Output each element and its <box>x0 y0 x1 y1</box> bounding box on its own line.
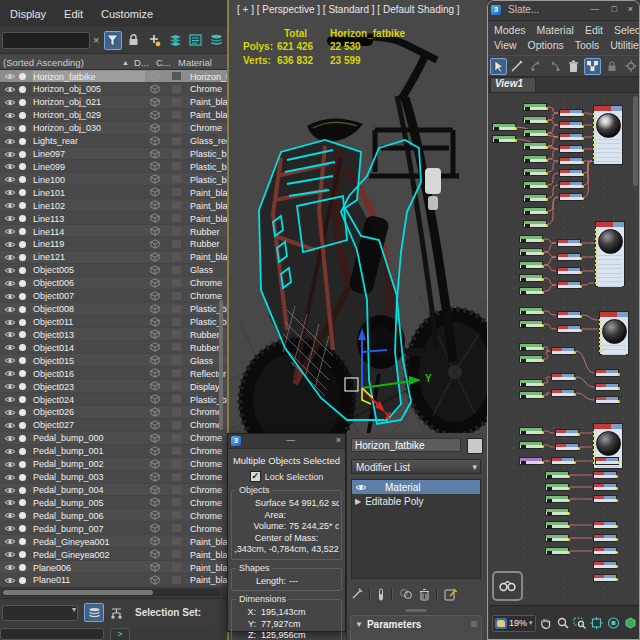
selectable-dot-icon[interactable] <box>19 525 26 532</box>
material-node-small[interactable] <box>593 521 617 529</box>
map-node[interactable] <box>545 483 569 491</box>
object-name[interactable]: Line100 <box>33 174 145 185</box>
layout-all-icon[interactable] <box>624 616 638 630</box>
color-swatch[interactable] <box>172 227 181 235</box>
selectable-dot-icon[interactable] <box>19 448 26 455</box>
selectable-dot-icon[interactable] <box>19 254 26 261</box>
visibility-eye-icon[interactable] <box>4 137 16 148</box>
bike-model[interactable] <box>239 36 487 462</box>
measure-dialog-titlebar[interactable]: 3 — × <box>228 434 345 449</box>
delete-selected-icon[interactable] <box>566 58 583 75</box>
table-row[interactable]: Horizon_obj_021Paint_black_glo <box>0 96 227 109</box>
color-swatch[interactable] <box>172 279 181 287</box>
table-row[interactable]: Object005Glass <box>0 264 227 277</box>
map-node[interactable] <box>519 307 543 315</box>
visibility-eye-icon[interactable] <box>4 72 16 83</box>
object-material[interactable]: Chrome <box>190 459 227 470</box>
selectable-dot-icon[interactable] <box>19 228 26 235</box>
color-swatch[interactable] <box>172 524 181 532</box>
color-swatch[interactable] <box>172 447 181 455</box>
map-node[interactable] <box>519 274 543 282</box>
object-material[interactable]: Paint_black_glo <box>190 575 227 586</box>
visibility-eye-icon[interactable] <box>4 563 16 574</box>
selectable-dot-icon[interactable] <box>19 422 26 429</box>
select-tool-icon[interactable] <box>490 58 507 75</box>
visibility-eye-icon[interactable] <box>4 369 16 380</box>
table-row[interactable]: Horizon_fatbikeHorizon_frame <box>0 70 227 83</box>
map-node[interactable] <box>523 155 547 163</box>
color-swatch[interactable] <box>172 188 181 196</box>
object-name[interactable]: Line119 <box>33 239 145 250</box>
object-material[interactable]: Chrome <box>190 510 227 521</box>
selectable-dot-icon[interactable] <box>19 293 26 300</box>
color-swatch[interactable] <box>172 421 181 429</box>
menu-view[interactable]: View <box>494 38 517 53</box>
visibility-eye-icon[interactable] <box>4 356 16 367</box>
object-material[interactable]: Plastic_black <box>190 174 227 185</box>
selectable-dot-icon[interactable] <box>19 189 26 196</box>
object-material[interactable]: Plastic_black <box>190 149 227 160</box>
color-swatch[interactable] <box>172 369 181 377</box>
visibility-eye-icon[interactable] <box>4 227 16 238</box>
object-name[interactable]: Object015 <box>33 355 145 366</box>
table-row[interactable]: Object014Rubber <box>0 341 227 354</box>
visibility-eye-icon[interactable] <box>4 85 16 96</box>
map-node[interactable] <box>523 129 547 137</box>
zoom-extents-selected-icon[interactable] <box>607 616 621 630</box>
material-node-small[interactable] <box>557 281 581 289</box>
table-row[interactable]: Line097Plastic_black <box>0 148 227 161</box>
table-row[interactable]: Horizon_obj_030Chrome <box>0 122 227 135</box>
modifier-editable-poly[interactable]: ▶ Editable Poly <box>352 494 480 508</box>
selectable-dot-icon[interactable] <box>19 86 26 93</box>
map-node[interactable] <box>492 123 516 131</box>
map-node[interactable] <box>519 235 543 243</box>
table-row[interactable]: Horizon_obj_029Paint_black_glo <box>0 109 227 122</box>
selectable-dot-icon[interactable] <box>19 99 26 106</box>
zoom-control[interactable]: 19% ▾ <box>492 615 536 632</box>
selectable-dot-icon[interactable] <box>19 73 26 80</box>
object-material[interactable]: Chrome <box>190 446 227 457</box>
map-node[interactable] <box>523 142 547 150</box>
selectable-dot-icon[interactable] <box>19 370 26 377</box>
selectable-dot-icon[interactable] <box>19 151 26 158</box>
hierarchy-mode-icon[interactable] <box>106 603 126 622</box>
map-node[interactable] <box>523 194 547 202</box>
selectable-dot-icon[interactable] <box>19 176 26 183</box>
visibility-eye-icon[interactable] <box>4 214 16 225</box>
selectable-dot-icon[interactable] <box>19 396 26 403</box>
visibility-eye-icon[interactable] <box>4 330 16 341</box>
material-node-small[interactable] <box>551 457 575 465</box>
map-node[interactable] <box>523 103 547 111</box>
visibility-eye-icon[interactable] <box>4 318 16 329</box>
map-node[interactable] <box>523 181 547 189</box>
minimize-icon[interactable]: — <box>590 4 599 14</box>
zoom-tool-icon[interactable] <box>556 616 570 630</box>
object-name[interactable]: Pedal_bump_007 <box>33 523 145 534</box>
material-node-small[interactable] <box>593 547 617 555</box>
object-name[interactable]: Object023 <box>33 381 145 392</box>
material-node[interactable] <box>595 221 625 287</box>
selectable-dot-icon[interactable] <box>19 331 26 338</box>
color-swatch[interactable] <box>172 266 181 274</box>
material-node-small[interactable] <box>555 429 579 437</box>
color-swatch[interactable] <box>172 408 181 416</box>
object-name[interactable]: Object016 <box>33 368 145 379</box>
selectable-dot-icon[interactable] <box>19 319 26 326</box>
selectable-dot-icon[interactable] <box>19 241 26 248</box>
selectable-dot-icon[interactable] <box>19 344 26 351</box>
material-node-small[interactable] <box>593 483 617 491</box>
menu-edit[interactable]: Edit <box>585 23 603 38</box>
map-node[interactable] <box>545 521 569 529</box>
color-swatch[interactable] <box>172 175 181 183</box>
map-node[interactable] <box>519 391 543 399</box>
material-node-small[interactable] <box>595 396 619 404</box>
material-node-small[interactable] <box>559 145 583 153</box>
map-node[interactable] <box>523 116 547 124</box>
column-display-header[interactable]: D... <box>134 57 149 68</box>
table-row[interactable]: Object024Plastic_black <box>0 393 227 406</box>
object-material[interactable]: Chrome <box>190 472 227 483</box>
menu-display[interactable]: Display <box>10 8 46 20</box>
visibility-eye-icon[interactable] <box>4 292 16 303</box>
object-name[interactable]: Horizon_fatbike <box>33 71 145 82</box>
color-swatch[interactable] <box>172 162 181 170</box>
